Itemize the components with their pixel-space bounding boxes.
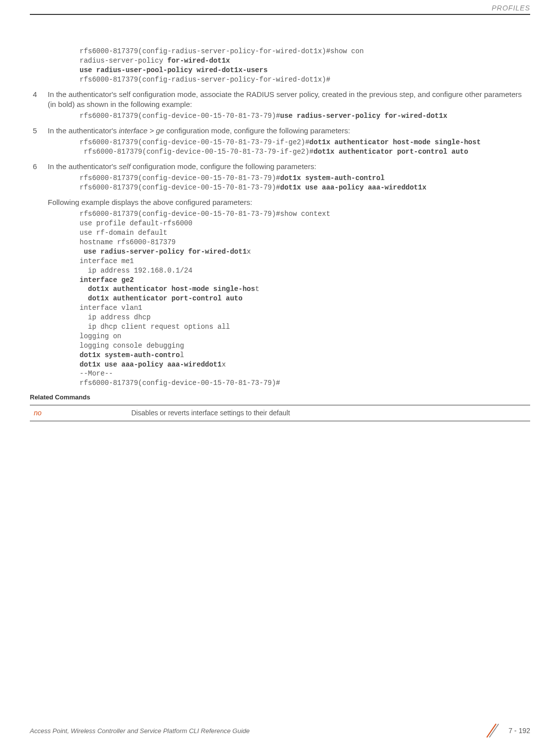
step-body: In the authenticator's self configuratio… — [48, 162, 316, 172]
code-block-5: rfs6000-817379(config-device-00-15-70-81… — [80, 209, 530, 388]
step-4: 4 In the authenticator's self configurat… — [30, 90, 530, 110]
related-commands-table: no Disables or reverts interface setting… — [30, 405, 530, 421]
step-number: 5 — [30, 126, 48, 136]
step-body: In the authenticator's self configuratio… — [48, 90, 530, 110]
page-number: 7 - 192 — [508, 727, 530, 735]
related-commands-heading: Related Commands — [30, 393, 530, 402]
code-block-3: rfs6000-817379(config-device-00-15-70-81… — [80, 138, 530, 157]
step-body: In the authenticator's interface > ge co… — [48, 126, 350, 136]
step-number: 4 — [30, 90, 48, 110]
step-5: 5 In the authenticator's interface > ge … — [30, 126, 530, 136]
footer-slash-icon — [483, 722, 500, 739]
main-content: rfs6000-817379(config-radius-server-poli… — [30, 15, 530, 421]
page-header-section: PROFILES — [30, 0, 530, 14]
command-name: no — [30, 405, 127, 421]
step-6: 6 In the authenticator's self configurat… — [30, 162, 530, 172]
step-number: 6 — [30, 162, 48, 172]
code-block-1: rfs6000-817379(config-radius-server-poli… — [80, 47, 530, 85]
footer-title: Access Point, Wireless Controller and Se… — [30, 727, 250, 735]
code-block-4: rfs6000-817379(config-device-00-15-70-81… — [80, 174, 530, 192]
page-footer: Access Point, Wireless Controller and Se… — [30, 722, 530, 739]
paragraph: Following example displays the above con… — [48, 197, 530, 207]
code-block-2: rfs6000-817379(config-device-00-15-70-81… — [80, 111, 530, 121]
command-desc: Disables or reverts interface settings t… — [127, 405, 530, 421]
table-row: no Disables or reverts interface setting… — [30, 405, 530, 421]
